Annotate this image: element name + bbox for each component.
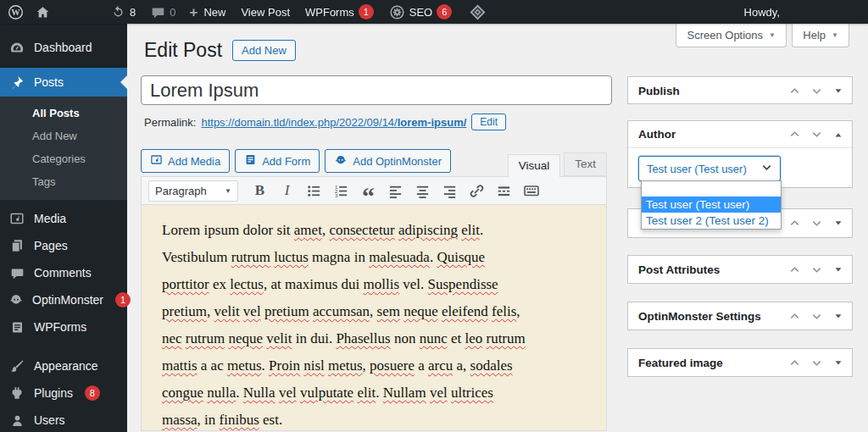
updates-icon xyxy=(111,5,125,19)
move-down-icon[interactable] xyxy=(811,129,822,140)
comments-icon xyxy=(8,266,25,280)
sidebar-item-dashboard[interactable]: Dashboard xyxy=(0,34,127,61)
add-new-button[interactable]: Add New xyxy=(232,40,296,61)
editor-toolbar: Paragraph ▼ B I 123 “ xyxy=(141,176,607,205)
panel-post-attributes: Post Attributes xyxy=(627,255,853,284)
paragraph-format-select[interactable]: Paragraph ▼ xyxy=(148,180,238,202)
toggle-panel-icon[interactable] xyxy=(833,311,843,321)
svg-text:3: 3 xyxy=(335,192,338,198)
sidebar-item-all-posts[interactable]: All Posts xyxy=(0,102,127,125)
sidebar-item-comments[interactable]: Comments xyxy=(0,259,127,286)
add-form-button[interactable]: Add Form xyxy=(235,149,320,173)
move-up-icon[interactable] xyxy=(789,357,800,368)
help-button[interactable]: Help ▼ xyxy=(792,24,849,47)
toggle-panel-icon[interactable] xyxy=(833,357,843,368)
optinmonster-badge: 1 xyxy=(115,292,131,307)
wordpress-logo-menu[interactable]: W xyxy=(8,4,24,20)
pushpin-icon xyxy=(8,75,25,90)
move-down-icon[interactable] xyxy=(811,311,822,322)
panel-optinmonster-settings-header[interactable]: OptinMonster Settings xyxy=(628,302,852,330)
howdy-account-menu[interactable]: Howdy, xyxy=(744,0,780,24)
visit-site-home[interactable] xyxy=(36,5,50,19)
new-content-menu[interactable]: + New xyxy=(189,5,225,19)
tab-text[interactable]: Text xyxy=(564,152,607,176)
panel-post-attributes-header[interactable]: Post Attributes xyxy=(628,256,852,283)
move-up-icon[interactable] xyxy=(789,264,800,275)
misspelled-word: porttitor xyxy=(162,276,209,292)
post-title-input[interactable] xyxy=(141,75,612,105)
numbered-list-button[interactable]: 123 xyxy=(329,180,353,202)
text-run: . xyxy=(376,385,383,401)
sidebar-item-wpforms[interactable]: WPForms xyxy=(0,313,127,341)
misspelled-word: vel xyxy=(279,385,297,401)
diamond-plugin-menu[interactable] xyxy=(469,3,487,21)
panel-author-header[interactable]: Author xyxy=(628,121,852,148)
plugins-badge: 8 xyxy=(85,385,100,401)
seo-gear-icon xyxy=(389,4,405,20)
move-down-icon[interactable] xyxy=(811,264,822,275)
sidebar-item-pages[interactable]: Pages xyxy=(0,232,127,259)
misspelled-word: arcu xyxy=(428,357,453,374)
sidebar-item-users[interactable]: Users xyxy=(0,407,127,432)
toggle-panel-icon[interactable] xyxy=(833,264,843,274)
move-down-icon[interactable] xyxy=(811,357,822,368)
updates-indicator[interactable]: 8 xyxy=(111,5,136,19)
sidebar-item-posts[interactable]: Posts xyxy=(0,68,127,97)
edit-permalink-button[interactable]: Edit xyxy=(471,114,506,130)
wpforms-menu[interactable]: WPForms 1 xyxy=(305,4,374,19)
align-center-button[interactable] xyxy=(410,180,435,202)
sidebar-item-tags[interactable]: Tags xyxy=(0,170,127,193)
panel-featured-image-header[interactable]: Featured image xyxy=(628,349,852,376)
italic-button[interactable]: I xyxy=(275,180,299,202)
dropdown-option-selected[interactable]: Test user (Test user) xyxy=(642,197,781,213)
editor-content-area[interactable]: Lorem ipsum dolor sit amet, consectetur … xyxy=(141,205,607,431)
align-right-button[interactable] xyxy=(437,180,462,202)
bold-button[interactable]: B xyxy=(248,180,272,202)
bulleted-list-button[interactable] xyxy=(302,180,326,202)
add-media-button[interactable]: Add Media xyxy=(141,149,230,173)
text-run: . xyxy=(262,357,270,374)
text-run: in dui. xyxy=(292,330,336,346)
sidebar-item-categories[interactable]: Categories xyxy=(0,147,127,170)
move-up-icon[interactable] xyxy=(789,86,800,97)
add-optinmonster-button[interactable]: Add OptinMonster xyxy=(325,149,451,173)
sidebar-item-add-new[interactable]: Add New xyxy=(0,125,127,147)
sidebar-item-plugins[interactable]: Plugins 8 xyxy=(0,379,127,407)
sidebar-item-appearance[interactable]: Appearance xyxy=(0,352,127,379)
toolbar-toggle-keyboard-button[interactable] xyxy=(519,180,543,202)
move-up-icon[interactable] xyxy=(789,311,800,322)
text-run: Lorem ipsum dolor sit xyxy=(162,222,294,238)
align-left-button[interactable] xyxy=(383,180,408,202)
blockquote-button[interactable]: “ xyxy=(356,180,381,202)
appearance-brush-icon xyxy=(8,358,25,374)
misspelled-word: malesuada xyxy=(369,249,430,265)
toggle-panel-icon[interactable] xyxy=(833,130,843,140)
comments-indicator[interactable]: 0 xyxy=(151,5,175,19)
move-down-icon[interactable] xyxy=(811,86,822,97)
permalink-link[interactable]: https://domain.tld/index.php/2022/09/14/… xyxy=(201,116,466,129)
media-icon xyxy=(150,153,163,169)
panel-publish-header[interactable]: Publish xyxy=(628,77,852,104)
toggle-panel-icon[interactable] xyxy=(833,218,843,228)
tab-visual[interactable]: Visual xyxy=(508,154,561,177)
chevron-down-icon: ▼ xyxy=(769,31,776,39)
author-select[interactable]: Test user (Test user) xyxy=(638,156,781,181)
move-up-icon[interactable] xyxy=(789,129,800,140)
plugin-icon xyxy=(8,385,25,401)
move-up-icon[interactable] xyxy=(789,218,800,229)
sidebar-item-media[interactable]: Media xyxy=(0,205,127,232)
screen-options-button[interactable]: Screen Options ▼ xyxy=(676,24,787,47)
dropdown-blank-option[interactable] xyxy=(642,181,781,197)
text-run: , xyxy=(516,303,520,319)
move-down-icon[interactable] xyxy=(811,218,822,229)
misspelled-word: metus xyxy=(227,357,262,374)
read-more-tag-button[interactable] xyxy=(492,180,516,202)
misspelled-word: leo xyxy=(465,330,482,346)
sidebar-item-optinmonster[interactable]: OptinMonster 1 xyxy=(0,286,127,313)
dropdown-option[interactable]: Test user 2 (Test user 2) xyxy=(642,213,781,229)
toggle-panel-icon[interactable] xyxy=(833,86,843,96)
seo-menu[interactable]: SEO 6 xyxy=(389,4,452,20)
misspelled-word: adipiscing xyxy=(398,222,458,238)
view-post-link[interactable]: View Post xyxy=(241,6,290,19)
insert-link-button[interactable] xyxy=(465,180,489,202)
